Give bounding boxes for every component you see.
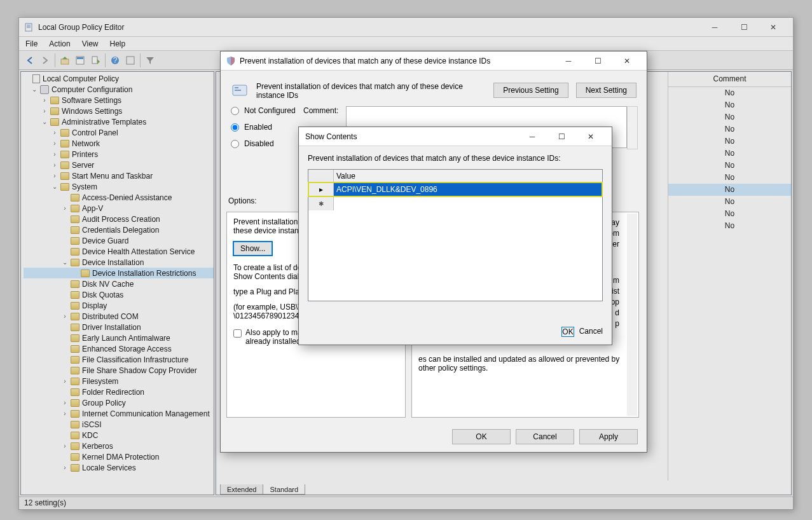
comment-scrollbar[interactable] bbox=[627, 106, 638, 149]
tree-item[interactable]: ›App-V bbox=[24, 203, 214, 214]
filter-button[interactable] bbox=[143, 53, 157, 67]
folder-icon bbox=[60, 183, 69, 191]
refresh-button[interactable] bbox=[123, 53, 137, 67]
tree-item[interactable]: Device Guard bbox=[24, 235, 214, 246]
tree-item[interactable]: ›Network bbox=[24, 138, 214, 149]
export-button[interactable] bbox=[88, 53, 102, 67]
dlg-maximize-button[interactable]: ☐ bbox=[583, 51, 612, 71]
tree-item[interactable]: ›Server bbox=[24, 160, 214, 170]
comment-cell[interactable]: No bbox=[668, 111, 791, 123]
menu-action[interactable]: Action bbox=[49, 39, 70, 48]
tree-item[interactable]: ⌄Device Installation bbox=[24, 257, 214, 268]
tree-item[interactable]: ›Internet Communication Management bbox=[24, 408, 214, 419]
comment-cell[interactable]: No bbox=[668, 87, 791, 99]
tab-extended[interactable]: Extended bbox=[220, 484, 263, 495]
tree-item[interactable]: KDC bbox=[24, 430, 214, 441]
comment-cell[interactable]: No bbox=[668, 147, 791, 160]
value-grid[interactable]: Value ▸ ACPI\VEN_DLLK&DEV_0896 ✱ bbox=[308, 169, 603, 301]
folder-icon bbox=[71, 345, 79, 353]
sc-minimize-button[interactable]: ─ bbox=[518, 127, 547, 146]
tab-standard[interactable]: Standard bbox=[263, 484, 305, 495]
close-button[interactable]: ✕ bbox=[759, 18, 788, 37]
comment-cell[interactable]: No bbox=[668, 172, 791, 184]
tree-item[interactable]: Enhanced Storage Access bbox=[24, 343, 214, 354]
tree-item[interactable]: Access-Denied Assistance bbox=[24, 192, 214, 203]
tree-item[interactable]: Disk Quotas bbox=[24, 289, 214, 300]
folder-icon bbox=[71, 237, 79, 245]
comment-cell[interactable]: No bbox=[668, 160, 791, 172]
grid-cell-empty[interactable] bbox=[334, 196, 602, 210]
comment-cell[interactable]: No bbox=[668, 99, 791, 111]
tree-root[interactable]: Local Computer Policy bbox=[24, 73, 214, 84]
tree-computer-config[interactable]: ⌄Computer Configuration bbox=[24, 84, 214, 95]
tree-item[interactable]: iSCSI bbox=[24, 419, 214, 430]
tree-item[interactable]: Audit Process Creation bbox=[24, 214, 214, 224]
help-button[interactable]: ? bbox=[108, 53, 122, 67]
tree-software[interactable]: ›Software Settings bbox=[24, 95, 214, 106]
tree-item[interactable]: ›Start Menu and Taskbar bbox=[24, 170, 214, 181]
tree-item[interactable]: File Share Shadow Copy Provider bbox=[24, 365, 214, 376]
tree-windows[interactable]: ›Windows Settings bbox=[24, 106, 214, 116]
sc-cancel-button[interactable]: Cancel bbox=[579, 327, 603, 337]
sc-maximize-button[interactable]: ☐ bbox=[547, 127, 576, 146]
folder-icon bbox=[71, 291, 79, 299]
next-setting-button[interactable]: Next Setting bbox=[576, 83, 637, 98]
tree-item[interactable]: ›Filesystem bbox=[24, 376, 214, 387]
grid-cell-value[interactable]: ACPI\VEN_DLLK&DEV_0896 bbox=[334, 182, 602, 196]
tree-item[interactable]: Early Launch Antimalware bbox=[24, 332, 214, 343]
help-scrollbar[interactable] bbox=[627, 214, 637, 416]
folder-icon bbox=[71, 324, 79, 331]
tree-item[interactable]: ›Printers bbox=[24, 149, 214, 160]
grid-row-1[interactable]: ▸ ACPI\VEN_DLLK&DEV_0896 bbox=[308, 182, 602, 196]
properties-button[interactable] bbox=[73, 53, 87, 67]
comment-cell[interactable]: No bbox=[668, 123, 791, 135]
tree-item[interactable]: ›Distributed COM bbox=[24, 311, 214, 322]
comment-header[interactable]: Comment bbox=[668, 72, 791, 87]
previous-setting-button[interactable]: Previous Setting bbox=[493, 83, 568, 98]
dlg-minimize-button[interactable]: ─ bbox=[554, 51, 583, 71]
console-tree[interactable]: Local Computer Policy ⌄Computer Configur… bbox=[20, 71, 214, 495]
tree-item[interactable]: Folder Redirection bbox=[24, 387, 214, 397]
back-button[interactable] bbox=[23, 53, 37, 67]
dlg-close-button[interactable]: ✕ bbox=[612, 51, 642, 71]
comment-cell[interactable]: No bbox=[668, 208, 791, 220]
up-button[interactable] bbox=[58, 53, 72, 67]
tree-item[interactable]: ›Locale Services bbox=[24, 462, 214, 473]
menu-view[interactable]: View bbox=[82, 39, 99, 48]
comment-cell[interactable]: No bbox=[668, 220, 791, 232]
comment-cell[interactable]: No bbox=[668, 196, 791, 208]
grid-header-value[interactable]: Value bbox=[334, 170, 602, 182]
grid-row-new[interactable]: ✱ bbox=[308, 196, 602, 210]
tree-item[interactable]: ›Kerberos bbox=[24, 441, 214, 451]
tree-item[interactable]: Display bbox=[24, 300, 214, 311]
sc-close-button[interactable]: ✕ bbox=[576, 127, 605, 146]
maximize-button[interactable]: ☐ bbox=[729, 18, 759, 37]
policy-ok-button[interactable]: OK bbox=[452, 429, 511, 444]
grid-header-selector[interactable] bbox=[308, 170, 334, 182]
tree-item[interactable]: ›Control Panel bbox=[24, 127, 214, 138]
show-button[interactable]: Show... bbox=[233, 242, 272, 256]
comment-cell[interactable]: No bbox=[668, 135, 791, 147]
tree-item[interactable]: Kernel DMA Protection bbox=[24, 451, 214, 462]
tree-item[interactable]: File Classification Infrastructure bbox=[24, 354, 214, 365]
folder-icon bbox=[71, 410, 79, 418]
menu-file[interactable]: File bbox=[25, 39, 38, 48]
policy-cancel-button[interactable]: Cancel bbox=[516, 429, 574, 444]
tree-item[interactable]: Device Health Attestation Service bbox=[24, 246, 214, 257]
tree-item[interactable]: Driver Installation bbox=[24, 322, 214, 332]
folder-icon bbox=[60, 151, 69, 158]
comment-cell[interactable]: No bbox=[668, 184, 791, 196]
tree-item[interactable]: Disk NV Cache bbox=[24, 278, 214, 289]
tree-item[interactable]: Credentials Delegation bbox=[24, 224, 214, 235]
tree-admin-templates[interactable]: ⌄Administrative Templates bbox=[24, 116, 214, 127]
tree-item[interactable]: ›Group Policy bbox=[24, 397, 214, 408]
policy-apply-button[interactable]: Apply bbox=[579, 429, 638, 444]
tree-system[interactable]: ⌄System bbox=[24, 181, 214, 192]
forward-button[interactable] bbox=[38, 53, 52, 67]
minimize-button[interactable]: ─ bbox=[700, 18, 729, 37]
sc-ok-button[interactable]: OK bbox=[561, 327, 574, 337]
menu-help[interactable]: Help bbox=[110, 39, 126, 48]
folder-icon bbox=[71, 442, 79, 450]
tree-device-install-restrictions[interactable]: Device Installation Restrictions bbox=[24, 268, 214, 278]
folder-icon bbox=[71, 464, 79, 472]
